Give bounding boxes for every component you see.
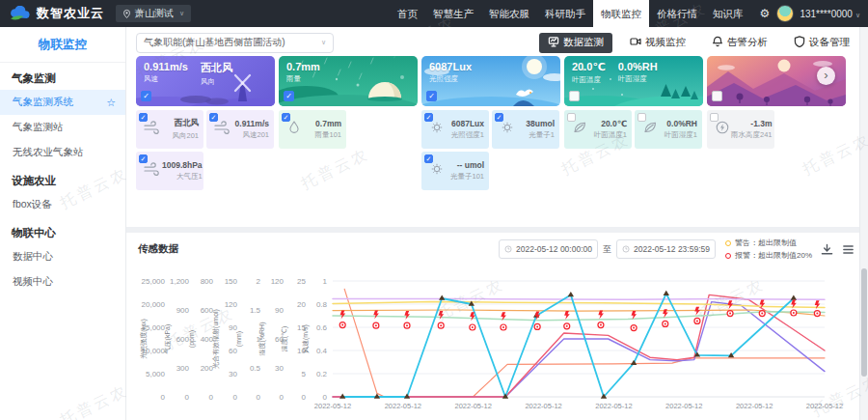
weather-card-0[interactable]: 0.911m/s风速西北风风向✓ bbox=[136, 56, 275, 106]
sensor-chip[interactable]: -1.3m雨水高度241 bbox=[707, 110, 774, 149]
nav-item-6[interactable]: 知识库 bbox=[705, 0, 751, 27]
card-checkbox[interactable] bbox=[569, 91, 580, 101]
card-label: 风速 bbox=[144, 74, 188, 84]
card-label: 雨量 bbox=[286, 74, 320, 84]
nav-item-1[interactable]: 智慧生产 bbox=[425, 0, 481, 27]
sidebar-item-label: 无线农业气象站 bbox=[13, 146, 84, 159]
chip-column-1: ✓0.7mm雨量101 bbox=[279, 110, 418, 190]
sidebar-item-2-0[interactable]: 数据中心 bbox=[0, 244, 125, 269]
svg-text:800: 800 bbox=[201, 277, 214, 286]
svg-text:0.5: 0.5 bbox=[250, 364, 261, 373]
brand-logo-icon bbox=[8, 6, 31, 21]
chip-column-0: ✓西北风风向201✓0.911m/s风速201✓1009.8hPa大气压1 bbox=[136, 110, 275, 190]
card-value: 0.911m/s bbox=[144, 61, 188, 72]
sidebar-group-header: 设施农业 bbox=[0, 165, 125, 192]
chip-checkbox[interactable]: ✓ bbox=[282, 113, 290, 122]
sidebar-item-label: 数据中心 bbox=[13, 250, 53, 264]
card-checkbox[interactable]: ✓ bbox=[284, 91, 294, 101]
nav-item-3[interactable]: 科研助手 bbox=[537, 0, 593, 27]
sidebar-item-0-2[interactable]: 无线农业气象站 bbox=[0, 140, 125, 165]
scrollbar-thumb[interactable] bbox=[861, 268, 867, 377]
sensor-chip[interactable]: ✓-- umol光量子101 bbox=[421, 152, 489, 190]
chip-checkbox[interactable] bbox=[567, 113, 576, 122]
chip-value: 20.0℃ bbox=[594, 119, 627, 128]
weather-card-3[interactable]: 20.0℃叶面温度0.0%RH叶面湿度 bbox=[564, 56, 703, 106]
toolbar-button-0[interactable]: 数据监测 bbox=[539, 33, 612, 53]
sensor-data-panel: 传感数据 2022-05-12 00:00:00 至 2022-05-12 23… bbox=[125, 233, 868, 420]
location-select[interactable]: 萧山测试 ∨ bbox=[116, 5, 191, 22]
user-menu[interactable]: 131****0000∨ bbox=[800, 9, 860, 19]
device-select[interactable]: 气象职能(萧山基地西侧苗圃活动) ∨ bbox=[136, 33, 334, 53]
card-value: 0.0%RH bbox=[618, 61, 658, 72]
chip-checkbox[interactable]: ✓ bbox=[495, 113, 503, 122]
top-navbar: 数智农业云 萧山测试 ∨ 首页智慧生产智能农服科研助手物联监控价格行情知识库 ⚙… bbox=[0, 0, 868, 27]
chip-checkbox[interactable]: ✓ bbox=[209, 113, 218, 122]
scrollbar-track[interactable] bbox=[859, 27, 868, 420]
svg-text:0.6: 0.6 bbox=[316, 323, 328, 332]
camera-icon bbox=[630, 36, 641, 49]
toolbar-buttons: 数据监测视频监控告警分析设备管理 bbox=[539, 33, 858, 53]
list-menu-icon[interactable] bbox=[842, 243, 854, 256]
date-to-input[interactable]: 2022-05-12 23:59:59 bbox=[616, 239, 716, 259]
star-icon[interactable]: ☆ bbox=[106, 97, 116, 109]
chart-header: 传感数据 2022-05-12 00:00:00 至 2022-05-12 23… bbox=[138, 238, 854, 260]
svg-text:2022-05-12: 2022-05-12 bbox=[525, 402, 561, 410]
card-value: 6087Lux bbox=[429, 61, 472, 72]
card-checkbox[interactable]: ✓ bbox=[141, 91, 151, 101]
gear-icon[interactable]: ⚙ bbox=[760, 7, 771, 20]
nav-item-5[interactable]: 价格行情 bbox=[649, 0, 705, 27]
card-label: 叶面温度 bbox=[572, 75, 606, 85]
chip-checkbox[interactable] bbox=[710, 113, 719, 122]
chip-checkbox[interactable]: ✓ bbox=[424, 154, 433, 163]
sidebar-item-2-1[interactable]: 视频中心 bbox=[0, 269, 125, 294]
weather-card-2[interactable]: 6087Lux光照强度✓ bbox=[421, 56, 560, 106]
svg-text:0: 0 bbox=[209, 393, 214, 402]
svg-text:150: 150 bbox=[225, 277, 238, 286]
toolbar-button-2[interactable]: 告警分析 bbox=[703, 33, 776, 53]
sensor-chip[interactable]: 20.0℃叶面温度1 bbox=[564, 110, 632, 149]
sensor-chip[interactable]: 0.0%RH叶面湿度1 bbox=[635, 110, 702, 149]
toolbar-button-1[interactable]: 视频监控 bbox=[621, 33, 694, 53]
sensor-chip[interactable]: ✓西北风风向201 bbox=[136, 110, 203, 149]
sidebar-item-label: fbox设备 bbox=[13, 198, 52, 211]
sidebar-group-header: 物联中心 bbox=[0, 217, 125, 244]
svg-text:光合有效辐射(umol): 光合有效辐射(umol) bbox=[212, 309, 220, 369]
chip-value: 0.7mm bbox=[314, 119, 341, 128]
card-checkbox[interactable] bbox=[712, 91, 722, 101]
sidebar-item-0-0[interactable]: 气象监测系统☆ bbox=[0, 90, 125, 115]
svg-text:(ppm): (ppm) bbox=[188, 330, 196, 348]
download-icon[interactable] bbox=[821, 243, 833, 256]
date-from-value: 2022-05-12 00:00:00 bbox=[516, 244, 592, 254]
svg-text:30: 30 bbox=[275, 364, 284, 373]
avatar[interactable] bbox=[776, 5, 794, 22]
chip-checkbox[interactable]: ✓ bbox=[139, 154, 148, 163]
nav-item-2[interactable]: 智能农服 bbox=[481, 0, 537, 27]
nav-item-0[interactable]: 首页 bbox=[390, 0, 425, 27]
location-pin-icon bbox=[122, 9, 131, 19]
toolbar-button-3[interactable]: 设备管理 bbox=[785, 33, 858, 53]
chip-checkbox[interactable]: ✓ bbox=[424, 113, 433, 122]
carousel-next-button[interactable]: › bbox=[817, 67, 835, 85]
card-label: 风向 bbox=[201, 77, 232, 87]
sidebar-item-1-0[interactable]: fbox设备 bbox=[0, 192, 125, 217]
card-checkbox[interactable]: ✓ bbox=[426, 91, 437, 101]
sensor-chip[interactable]: ✓0.7mm雨量101 bbox=[279, 110, 346, 149]
sidebar-item-0-1[interactable]: 气象监测站 bbox=[0, 115, 125, 140]
date-from-input[interactable]: 2022-05-12 00:00:00 bbox=[499, 239, 598, 259]
svg-text:900: 900 bbox=[176, 306, 190, 315]
chip-label: 雨量101 bbox=[314, 130, 341, 140]
card-label: 光照强度 bbox=[429, 74, 472, 84]
svg-text:气压(kPa): 气压(kPa) bbox=[164, 324, 172, 354]
chip-checkbox[interactable] bbox=[637, 113, 646, 122]
sensor-chip[interactable]: ✓6087Lux光照强度1 bbox=[421, 110, 489, 149]
weather-card-1[interactable]: 0.7mm雨量✓ bbox=[279, 56, 418, 106]
sensor-chip[interactable]: ✓38umol光量子1 bbox=[492, 110, 559, 149]
sensor-chip[interactable]: ✓1009.8hPa大气压1 bbox=[136, 152, 203, 190]
svg-text:0.2: 0.2 bbox=[316, 370, 328, 378]
svg-text:20,000: 20,000 bbox=[142, 300, 166, 309]
chip-column-2: ✓6087Lux光照强度1✓38umol光量子1✓-- umol光量子101 bbox=[421, 110, 560, 190]
sensor-chip[interactable]: ✓0.911m/s风速201 bbox=[206, 110, 274, 149]
chip-checkbox[interactable]: ✓ bbox=[139, 113, 148, 122]
nav-item-4[interactable]: 物联监控 bbox=[593, 0, 649, 27]
monitor-icon bbox=[548, 36, 559, 49]
